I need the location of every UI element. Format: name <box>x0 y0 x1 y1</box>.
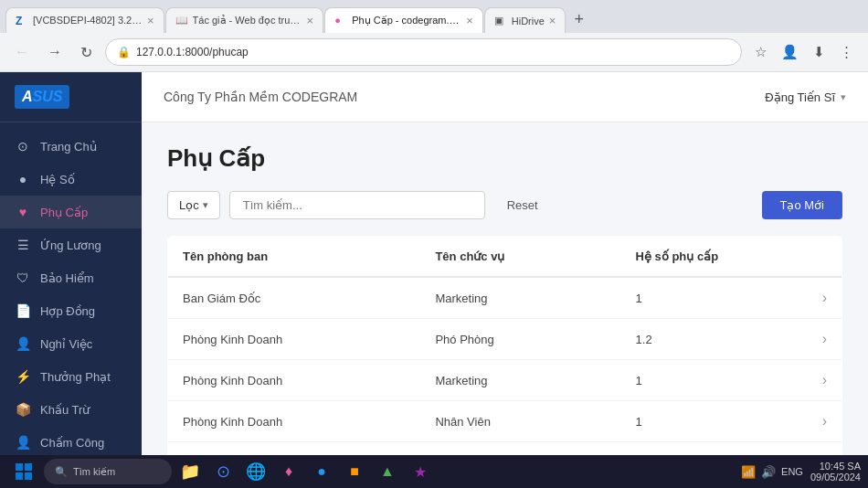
cell-title-1: Phó Phòng <box>420 319 620 360</box>
sidebar-logo: ASUS <box>0 72 142 122</box>
table-row[interactable]: Ban Giám Đốc Marketing 1 › <box>168 277 842 319</box>
tab-label-4: HiDrive <box>512 16 545 27</box>
browser-chrome: Z [VCBSDEPI-4802] 3.2. Xử lý gi... × 📖 T… <box>0 0 868 72</box>
filter-bar: Lọc ▾ Reset Tạo Mới <box>167 191 842 219</box>
cell-action-1[interactable]: › <box>808 319 842 360</box>
he-so-icon: ● <box>15 172 31 186</box>
cell-action-2[interactable]: › <box>808 360 842 401</box>
cell-coeff-1: 1.2 <box>621 319 808 360</box>
cell-dept-2: Phòng Kinh Doanh <box>168 360 421 401</box>
taskbar-search[interactable]: 🔍 Tìm kiếm <box>44 459 172 484</box>
user-menu[interactable]: Đặng Tiến Sĩ ▾ <box>765 90 846 104</box>
tab-favicon-3: ● <box>334 15 347 27</box>
back-button[interactable]: ← <box>9 40 35 64</box>
taskbar: 🔍 Tìm kiếm 📁 ⊙ 🌐 ♦ ● ■ ▲ ★ 📶 🔊 <box>0 455 868 488</box>
sidebar-item-phu-cap[interactable]: ♥ Phụ Cấp <box>0 196 142 228</box>
tab-label-2: Tác giả - Web đọc truyện <box>193 15 302 27</box>
browser-tabs: Z [VCBSDEPI-4802] 3.2. Xử lý gi... × 📖 T… <box>0 0 868 33</box>
taskbar-app-2[interactable]: ♦ <box>274 457 303 486</box>
col-header-title: Tên chức vụ <box>420 237 620 278</box>
top-header: Công Ty Phần Mềm CODEGRAM Đặng Tiến Sĩ ▾ <box>142 72 868 122</box>
cham-cong-icon: 👤 <box>15 435 31 450</box>
taskbar-app-6[interactable]: ★ <box>406 457 435 486</box>
nav-label-ung-luong: Ứng Lương <box>40 239 101 252</box>
svg-rect-0 <box>16 463 23 471</box>
sidebar-nav: ⊙ Trang Chủ ● Hệ Số ♥ Phụ Cấp ☰ Ứng Lươn… <box>0 122 142 488</box>
sidebar-item-trang-chu[interactable]: ⊙ Trang Chủ <box>0 130 142 163</box>
browser-tab-1[interactable]: Z [VCBSDEPI-4802] 3.2. Xử lý gi... × <box>5 7 164 33</box>
network-icon: 📶 <box>741 465 756 479</box>
sidebar-item-nghi-viec[interactable]: 👤 Nghỉ Việc <box>0 327 142 360</box>
filter-dropdown[interactable]: Lọc ▾ <box>167 191 220 219</box>
taskbar-app-explorer[interactable]: 📁 <box>175 457 205 486</box>
nav-label-trang-chu: Trang Chủ <box>40 140 97 154</box>
app-container: ASUS ⊙ Trang Chủ ● Hệ Số ♥ Phụ Cấp ☰ Ứng… <box>0 72 868 488</box>
reset-button[interactable]: Reset <box>494 192 551 218</box>
menu-button[interactable]: ⋮ <box>834 40 859 64</box>
user-chevron-icon: ▾ <box>841 91 846 103</box>
browser-tab-2[interactable]: 📖 Tác giả - Web đọc truyện × <box>165 7 324 33</box>
tab-close-4[interactable]: × <box>549 14 556 27</box>
taskbar-app-1[interactable]: 🌐 <box>241 457 270 486</box>
browser-toolbar: ← → ↻ 🔒 ☆ 👤 ⬇ ⋮ <box>0 33 868 71</box>
taskbar-app-4[interactable]: ■ <box>340 457 369 486</box>
lang-indicator: ENG <box>781 466 803 477</box>
nav-label-nghi-viec: Nghỉ Việc <box>40 337 92 351</box>
time-display: 10:45 SA <box>810 461 861 472</box>
bookmark-button[interactable]: ☆ <box>749 40 772 64</box>
sidebar-item-hop-dong[interactable]: 📄 Hợp Đồng <box>0 294 142 327</box>
reload-button[interactable]: ↻ <box>75 40 98 65</box>
table-row[interactable]: Phòng Kinh Doanh Nhân Viên 1 › <box>168 401 842 442</box>
table-row[interactable]: Phòng Kinh Doanh Phó Phòng 1.2 › <box>168 319 842 360</box>
cell-action-3[interactable]: › <box>808 401 842 442</box>
tab-close-3[interactable]: × <box>466 14 473 27</box>
user-icon: 👤 <box>15 336 31 351</box>
col-header-coeff: Hệ số phụ cấp <box>621 237 808 278</box>
tab-close-1[interactable]: × <box>147 14 154 27</box>
cell-dept-1: Phòng Kinh Doanh <box>168 319 421 360</box>
cell-action-0[interactable]: › <box>808 277 842 319</box>
svg-rect-1 <box>25 463 32 471</box>
browser-tab-3[interactable]: ● Phụ Cấp - codegram.pro × <box>324 7 483 33</box>
tab-close-2[interactable]: × <box>307 14 314 27</box>
lightning-icon: ⚡ <box>15 369 31 384</box>
sidebar-item-thuong-phat[interactable]: ⚡ Thưởng Phạt <box>0 360 142 393</box>
nav-label-thuong-phat: Thưởng Phạt <box>40 370 111 384</box>
username: Đặng Tiến Sĩ <box>765 90 835 104</box>
taskbar-app-chrome[interactable]: ⊙ <box>208 457 238 486</box>
nav-label-he-so: Hệ Số <box>40 173 75 186</box>
tab-label-1: [VCBSDEPI-4802] 3.2. Xử lý gi... <box>33 15 143 27</box>
tab-favicon-2: 📖 <box>175 15 188 27</box>
download-button[interactable]: ⬇ <box>808 40 831 64</box>
profile-button[interactable]: 👤 <box>776 40 804 64</box>
col-header-action <box>808 237 842 278</box>
cell-title-0: Marketing <box>420 277 620 319</box>
search-input[interactable] <box>229 191 485 219</box>
windows-icon <box>16 463 32 480</box>
start-button[interactable] <box>7 457 40 486</box>
browser-tab-4[interactable]: ▣ HiDrive × <box>484 7 566 33</box>
company-name: Công Ty Phần Mềm CODEGRAM <box>164 90 357 104</box>
forward-button[interactable]: → <box>42 40 68 64</box>
table-row[interactable]: Phòng Kinh Doanh Marketing 1 › <box>168 360 842 401</box>
new-tab-button[interactable]: + <box>566 10 591 29</box>
filter-chevron-icon: ▾ <box>203 199 208 211</box>
lock-icon: 🔒 <box>117 46 131 58</box>
sidebar-item-bao-hiem[interactable]: 🛡 Bảo Hiểm <box>0 261 142 294</box>
sidebar-item-cham-cong[interactable]: 👤 Chấm Công <box>0 426 142 459</box>
document-icon: 📄 <box>15 303 31 318</box>
sidebar: ASUS ⊙ Trang Chủ ● Hệ Số ♥ Phụ Cấp ☰ Ứng… <box>0 72 142 488</box>
sidebar-item-khau-tru[interactable]: 📦 Khấu Trừ <box>0 393 142 426</box>
sidebar-item-he-so[interactable]: ● Hệ Số <box>0 163 142 196</box>
address-bar[interactable]: 🔒 <box>105 38 742 66</box>
data-table: Tên phòng ban Tên chức vụ Hệ số phụ cấp … <box>167 236 842 488</box>
taskbar-app-5[interactable]: ▲ <box>373 457 402 486</box>
svg-rect-3 <box>25 472 32 480</box>
taskbar-apps: 📁 ⊙ 🌐 ♦ ● ■ ▲ ★ <box>175 457 435 486</box>
cell-dept-0: Ban Giám Đốc <box>168 277 421 319</box>
sidebar-item-ung-luong[interactable]: ☰ Ứng Lương <box>0 228 142 261</box>
page-title: Phụ Cấp <box>167 144 842 173</box>
create-button[interactable]: Tạo Mới <box>762 191 843 219</box>
taskbar-app-3[interactable]: ● <box>307 457 336 486</box>
address-input[interactable] <box>136 46 730 58</box>
